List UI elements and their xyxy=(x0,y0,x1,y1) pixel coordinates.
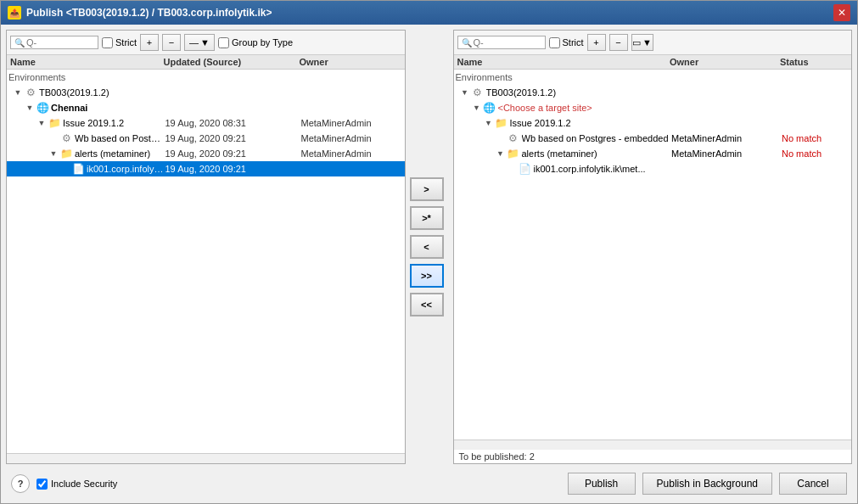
right-col-status: Status xyxy=(780,57,848,67)
left-alerts-updated: 19 Aug, 2020 09:21 xyxy=(165,148,301,159)
right-col-name: Name xyxy=(457,57,670,67)
main-window: 📤 Publish <TB003(2019.1.2) / TB003.corp.… xyxy=(0,0,858,504)
right-tb003-icon: ⚙ xyxy=(471,87,485,98)
left-alerts-icon: 📁 xyxy=(59,148,73,160)
left-issue[interactable]: ▼ 📁 Issue 2019.1.2 19 Aug, 2020 08:31 Me… xyxy=(7,115,405,131)
left-issue-icon: 📁 xyxy=(48,117,61,129)
right-col-owner: Owner xyxy=(670,57,780,67)
left-ik001[interactable]: ▶ 📄 ik001.corp.infolytik.i... 19 Aug, 20… xyxy=(7,161,405,176)
right-wb-label: Wb based on Postgres - embedded xyxy=(522,133,672,143)
right-dropdown-box: ▭ xyxy=(632,37,641,48)
forward-double-button[interactable]: >> xyxy=(410,264,444,288)
group-by-type-checkbox[interactable] xyxy=(218,37,229,48)
back-double-button[interactable]: << xyxy=(410,293,444,316)
left-tb003-label: TB003(2019.1.2) xyxy=(39,87,403,98)
right-search-input[interactable] xyxy=(474,37,541,48)
right-add-btn[interactable]: + xyxy=(587,34,606,51)
left-dropdown-btn[interactable]: — ▼ xyxy=(184,34,215,51)
include-security-text: Include Security xyxy=(51,479,117,489)
left-issue-expand: ▼ xyxy=(36,119,48,127)
title-bar-left: 📤 Publish <TB003(2019.1.2) / TB003.corp.… xyxy=(8,6,272,20)
left-alerts-owner: MetaMinerAdmin xyxy=(301,148,403,159)
back-button[interactable]: < xyxy=(410,235,444,259)
left-alerts[interactable]: ▼ 📁 alerts (metaminer) 19 Aug, 2020 09:2… xyxy=(7,146,405,161)
left-add-btn[interactable]: + xyxy=(140,34,159,51)
right-remove-btn[interactable]: − xyxy=(609,34,628,51)
right-toolbar: 🔍 Strict + − ▭ ▼ xyxy=(454,31,852,55)
left-wb-owner: MetaMinerAdmin xyxy=(301,133,403,143)
right-strict-label: Strict xyxy=(563,37,584,48)
left-tb003-root[interactable]: ▼ ⚙ TB003(2019.1.2) xyxy=(7,85,405,100)
left-dropdown-dash: — xyxy=(189,37,199,48)
left-col-updated: Updated (Source) xyxy=(164,57,300,67)
right-column-headers: Name Owner Status xyxy=(454,55,852,70)
include-security-checkbox[interactable] xyxy=(36,479,48,490)
right-issue-icon: 📁 xyxy=(495,117,508,129)
right-wb[interactable]: ▶ ⚙ Wb based on Postgres - embedded Meta… xyxy=(454,131,852,146)
right-alerts-expand: ▼ xyxy=(495,149,507,158)
forward-button[interactable]: > xyxy=(410,177,444,201)
left-wb-icon: ⚙ xyxy=(59,132,73,144)
right-issue[interactable]: ▼ 📁 Issue 2019.1.2 xyxy=(454,115,852,131)
window-icon: 📤 xyxy=(8,6,21,20)
left-chennai-expand: ▼ xyxy=(24,104,36,112)
help-button[interactable]: ? xyxy=(11,474,30,493)
right-panel: 🔍 Strict + − ▭ ▼ Name xyxy=(453,30,853,464)
cancel-button[interactable]: Cancel xyxy=(779,473,847,495)
right-alerts-owner: MetaMinerAdmin xyxy=(671,148,782,159)
left-col-owner: Owner xyxy=(300,57,401,67)
to-be-published: To be published: 2 xyxy=(454,450,852,463)
middle-buttons: > >* < >> << xyxy=(406,30,448,464)
right-ik001[interactable]: ▶ 📄 ik001.corp.infolytik.ik\met... xyxy=(454,161,852,176)
publish-button[interactable]: Publish xyxy=(568,473,636,495)
title-bar: 📤 Publish <TB003(2019.1.2) / TB003.corp.… xyxy=(1,1,857,25)
left-tree-area: Environments ▼ ⚙ TB003(2019.1.2) ▼ 🌐 xyxy=(7,70,405,453)
right-choose-target[interactable]: ▼ 🌐 <Choose a target site> xyxy=(454,100,852,115)
right-choose-label: <Choose a target site> xyxy=(498,103,850,113)
left-chennai-label: Chennai xyxy=(51,103,403,113)
right-ik001-icon: 📄 xyxy=(519,163,532,175)
forward-all-button[interactable]: >* xyxy=(410,206,444,230)
left-ik001-icon: 📄 xyxy=(71,163,85,175)
right-tree-area: Environments ▼ ⚙ TB003(2019.1.2) ▼ 🌐 xyxy=(454,70,852,440)
left-scrollbar[interactable] xyxy=(7,453,405,463)
left-chennai-icon: 🌐 xyxy=(36,102,49,114)
right-scrollbar[interactable] xyxy=(454,440,852,450)
right-tb003-root[interactable]: ▼ ⚙ TB003(2019.1.2) xyxy=(454,85,852,100)
bottom-bar: ? Include Security Publish Publish in Ba… xyxy=(6,469,852,498)
right-dropdown-btn[interactable]: ▭ ▼ xyxy=(631,34,653,51)
right-alerts[interactable]: ▼ 📁 alerts (metaminer) MetaMinerAdmin No… xyxy=(454,146,852,161)
publish-background-button[interactable]: Publish in Background xyxy=(642,473,772,495)
left-panel: 🔍 Strict + − — ▼ Group by xyxy=(6,30,406,464)
right-dropdown-arrow: ▼ xyxy=(642,37,652,48)
group-by-type-text: Group by Type xyxy=(232,37,293,48)
left-wb[interactable]: ▶ ⚙ Wb based on Postgres - e... 19 Aug, … xyxy=(7,131,405,146)
close-button[interactable]: ✕ xyxy=(833,4,850,21)
right-choose-icon: 🌐 xyxy=(483,102,496,114)
include-security-label[interactable]: Include Security xyxy=(36,479,117,490)
right-search-box[interactable]: 🔍 xyxy=(457,36,546,49)
right-strict-checkbox[interactable] xyxy=(549,37,560,48)
left-ik001-label: ik001.corp.infolytik.i... xyxy=(87,164,165,174)
left-strict-checkbox[interactable] xyxy=(102,37,113,48)
left-search-input[interactable] xyxy=(26,37,94,48)
left-chennai[interactable]: ▼ 🌐 Chennai xyxy=(7,100,405,115)
group-by-type-label[interactable]: Group by Type xyxy=(218,37,293,48)
right-wb-icon: ⚙ xyxy=(507,132,520,144)
right-wb-status: No match xyxy=(782,133,850,143)
right-issue-label: Issue 2019.1.2 xyxy=(510,118,672,128)
window-title: Publish <TB003(2019.1.2) / TB003.corp.in… xyxy=(26,7,272,19)
left-column-headers: Name Updated (Source) Owner xyxy=(7,55,405,70)
right-choose-expand: ▼ xyxy=(471,104,483,112)
left-issue-label: Issue 2019.1.2 xyxy=(63,118,165,128)
right-tb003-label: TB003(2019.1.2) xyxy=(486,87,850,98)
left-remove-btn[interactable]: − xyxy=(162,34,181,51)
left-dropdown-arrow: ▼ xyxy=(200,37,210,48)
left-toolbar: 🔍 Strict + − — ▼ Group by xyxy=(7,31,405,55)
right-wb-owner: MetaMinerAdmin xyxy=(671,133,782,143)
left-ik001-updated: 19 Aug, 2020 09:21 xyxy=(165,164,301,174)
right-strict-checkbox-label[interactable]: Strict xyxy=(549,37,584,48)
left-strict-checkbox-label[interactable]: Strict xyxy=(102,37,137,48)
content-area: 🔍 Strict + − — ▼ Group by xyxy=(1,25,857,503)
left-search-box[interactable]: 🔍 xyxy=(10,36,98,49)
